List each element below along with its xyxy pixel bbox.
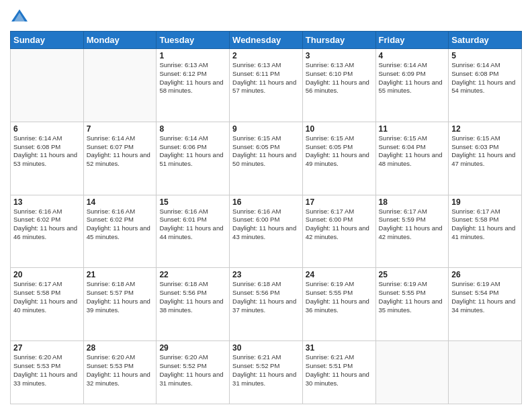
day-number: 20	[13, 270, 81, 279]
day-number: 9	[232, 124, 300, 134]
day-number: 25	[379, 270, 446, 279]
calendar-cell: 19Sunrise: 6:17 AM Sunset: 5:58 PM Dayli…	[449, 195, 522, 268]
calendar-cell	[449, 341, 522, 404]
calendar-cell: 1Sunrise: 6:13 AM Sunset: 6:12 PM Daylig…	[157, 49, 230, 122]
calendar-header-thursday: Thursday	[302, 32, 375, 49]
day-info: Sunrise: 6:20 AM Sunset: 5:52 PM Dayligh…	[159, 353, 226, 387]
calendar-cell	[11, 49, 84, 122]
day-number: 17	[306, 197, 373, 207]
calendar-cell: 12Sunrise: 6:15 AM Sunset: 6:03 PM Dayli…	[449, 122, 522, 195]
day-info: Sunrise: 6:14 AM Sunset: 6:06 PM Dayligh…	[159, 134, 226, 169]
calendar-header-tuesday: Tuesday	[157, 32, 230, 49]
day-number: 18	[379, 197, 446, 207]
day-info: Sunrise: 6:14 AM Sunset: 6:08 PM Dayligh…	[13, 134, 81, 169]
calendar-cell: 23Sunrise: 6:18 AM Sunset: 5:56 PM Dayli…	[230, 268, 303, 341]
day-info: Sunrise: 6:14 AM Sunset: 6:07 PM Dayligh…	[87, 134, 154, 169]
calendar-cell: 16Sunrise: 6:16 AM Sunset: 6:00 PM Dayli…	[230, 195, 303, 268]
calendar-cell: 21Sunrise: 6:18 AM Sunset: 5:57 PM Dayli…	[83, 268, 157, 341]
day-number: 30	[232, 343, 300, 353]
calendar-cell: 18Sunrise: 6:17 AM Sunset: 5:59 PM Dayli…	[375, 195, 449, 268]
calendar-cell: 17Sunrise: 6:17 AM Sunset: 6:00 PM Dayli…	[302, 195, 375, 268]
calendar-cell: 6Sunrise: 6:14 AM Sunset: 6:08 PM Daylig…	[11, 122, 84, 195]
calendar-cell: 4Sunrise: 6:14 AM Sunset: 6:09 PM Daylig…	[375, 49, 449, 122]
day-number: 24	[306, 270, 373, 279]
day-info: Sunrise: 6:20 AM Sunset: 5:53 PM Dayligh…	[87, 353, 154, 387]
day-number: 27	[13, 343, 81, 353]
calendar-cell: 30Sunrise: 6:21 AM Sunset: 5:52 PM Dayli…	[230, 341, 303, 404]
calendar-cell: 27Sunrise: 6:20 AM Sunset: 5:53 PM Dayli…	[11, 341, 84, 404]
day-info: Sunrise: 6:14 AM Sunset: 6:08 PM Dayligh…	[451, 61, 519, 95]
calendar-cell	[375, 341, 449, 404]
day-number: 3	[306, 51, 373, 60]
day-info: Sunrise: 6:18 AM Sunset: 5:56 PM Dayligh…	[159, 280, 226, 314]
day-info: Sunrise: 6:19 AM Sunset: 5:55 PM Dayligh…	[379, 280, 446, 314]
day-number: 14	[87, 197, 154, 207]
day-info: Sunrise: 6:17 AM Sunset: 5:58 PM Dayligh…	[13, 280, 81, 314]
day-number: 6	[13, 124, 81, 134]
calendar-cell: 31Sunrise: 6:21 AM Sunset: 5:51 PM Dayli…	[302, 341, 375, 404]
day-number: 7	[87, 124, 154, 134]
day-number: 31	[306, 343, 373, 353]
week-row-3: 13Sunrise: 6:16 AM Sunset: 6:02 PM Dayli…	[11, 195, 522, 268]
day-info: Sunrise: 6:15 AM Sunset: 6:03 PM Dayligh…	[451, 134, 519, 169]
day-number: 1	[159, 51, 226, 60]
calendar-cell: 10Sunrise: 6:15 AM Sunset: 6:05 PM Dayli…	[302, 122, 375, 195]
calendar-cell: 7Sunrise: 6:14 AM Sunset: 6:07 PM Daylig…	[83, 122, 157, 195]
day-number: 11	[379, 124, 446, 134]
calendar-header-saturday: Saturday	[449, 32, 522, 49]
week-row-4: 20Sunrise: 6:17 AM Sunset: 5:58 PM Dayli…	[11, 268, 522, 341]
calendar-cell: 13Sunrise: 6:16 AM Sunset: 6:02 PM Dayli…	[11, 195, 84, 268]
day-info: Sunrise: 6:18 AM Sunset: 5:57 PM Dayligh…	[87, 280, 154, 314]
day-number: 12	[451, 124, 519, 134]
day-number: 15	[159, 197, 226, 207]
day-info: Sunrise: 6:15 AM Sunset: 6:04 PM Dayligh…	[379, 134, 446, 169]
day-info: Sunrise: 6:17 AM Sunset: 6:00 PM Dayligh…	[306, 208, 373, 242]
calendar-header-sunday: Sunday	[11, 32, 84, 49]
day-info: Sunrise: 6:13 AM Sunset: 6:11 PM Dayligh…	[232, 61, 300, 95]
day-info: Sunrise: 6:16 AM Sunset: 6:02 PM Dayligh…	[13, 208, 81, 242]
calendar-cell: 2Sunrise: 6:13 AM Sunset: 6:11 PM Daylig…	[230, 49, 303, 122]
page: SundayMondayTuesdayWednesdayThursdayFrid…	[0, 0, 532, 411]
calendar-cell: 29Sunrise: 6:20 AM Sunset: 5:52 PM Dayli…	[157, 341, 230, 404]
calendar-cell: 5Sunrise: 6:14 AM Sunset: 6:08 PM Daylig…	[449, 49, 522, 122]
week-row-1: 1Sunrise: 6:13 AM Sunset: 6:12 PM Daylig…	[11, 49, 522, 122]
day-info: Sunrise: 6:18 AM Sunset: 5:56 PM Dayligh…	[232, 280, 300, 314]
week-row-5: 27Sunrise: 6:20 AM Sunset: 5:53 PM Dayli…	[11, 341, 522, 404]
day-number: 19	[451, 197, 519, 207]
calendar-cell	[83, 49, 157, 122]
day-info: Sunrise: 6:13 AM Sunset: 6:10 PM Dayligh…	[306, 61, 373, 95]
logo-icon	[10, 7, 29, 26]
day-info: Sunrise: 6:17 AM Sunset: 5:58 PM Dayligh…	[451, 208, 519, 242]
calendar-header-friday: Friday	[375, 32, 449, 49]
calendar-cell: 25Sunrise: 6:19 AM Sunset: 5:55 PM Dayli…	[375, 268, 449, 341]
calendar-cell: 14Sunrise: 6:16 AM Sunset: 6:02 PM Dayli…	[83, 195, 157, 268]
day-info: Sunrise: 6:20 AM Sunset: 5:53 PM Dayligh…	[13, 353, 81, 387]
day-info: Sunrise: 6:19 AM Sunset: 5:55 PM Dayligh…	[306, 280, 373, 314]
week-row-2: 6Sunrise: 6:14 AM Sunset: 6:08 PM Daylig…	[11, 122, 522, 195]
calendar-cell: 24Sunrise: 6:19 AM Sunset: 5:55 PM Dayli…	[302, 268, 375, 341]
calendar-cell: 3Sunrise: 6:13 AM Sunset: 6:10 PM Daylig…	[302, 49, 375, 122]
day-number: 10	[306, 124, 373, 134]
header	[10, 7, 522, 26]
day-info: Sunrise: 6:16 AM Sunset: 6:01 PM Dayligh…	[159, 208, 226, 242]
day-info: Sunrise: 6:21 AM Sunset: 5:51 PM Dayligh…	[306, 353, 373, 387]
day-info: Sunrise: 6:17 AM Sunset: 5:59 PM Dayligh…	[379, 208, 446, 242]
logo	[10, 7, 32, 26]
day-number: 22	[159, 270, 226, 279]
day-info: Sunrise: 6:16 AM Sunset: 6:00 PM Dayligh…	[232, 208, 300, 242]
day-info: Sunrise: 6:21 AM Sunset: 5:52 PM Dayligh…	[232, 353, 300, 387]
day-number: 28	[87, 343, 154, 353]
day-number: 5	[451, 51, 519, 60]
calendar-cell: 8Sunrise: 6:14 AM Sunset: 6:06 PM Daylig…	[157, 122, 230, 195]
calendar-cell: 11Sunrise: 6:15 AM Sunset: 6:04 PM Dayli…	[375, 122, 449, 195]
day-number: 13	[13, 197, 81, 207]
day-number: 8	[159, 124, 226, 134]
calendar-cell: 22Sunrise: 6:18 AM Sunset: 5:56 PM Dayli…	[157, 268, 230, 341]
calendar-header-monday: Monday	[83, 32, 157, 49]
calendar-cell: 15Sunrise: 6:16 AM Sunset: 6:01 PM Dayli…	[157, 195, 230, 268]
day-info: Sunrise: 6:16 AM Sunset: 6:02 PM Dayligh…	[87, 208, 154, 242]
day-info: Sunrise: 6:13 AM Sunset: 6:12 PM Dayligh…	[159, 61, 226, 95]
day-info: Sunrise: 6:15 AM Sunset: 6:05 PM Dayligh…	[306, 134, 373, 169]
calendar-cell: 20Sunrise: 6:17 AM Sunset: 5:58 PM Dayli…	[11, 268, 84, 341]
day-info: Sunrise: 6:15 AM Sunset: 6:05 PM Dayligh…	[232, 134, 300, 169]
